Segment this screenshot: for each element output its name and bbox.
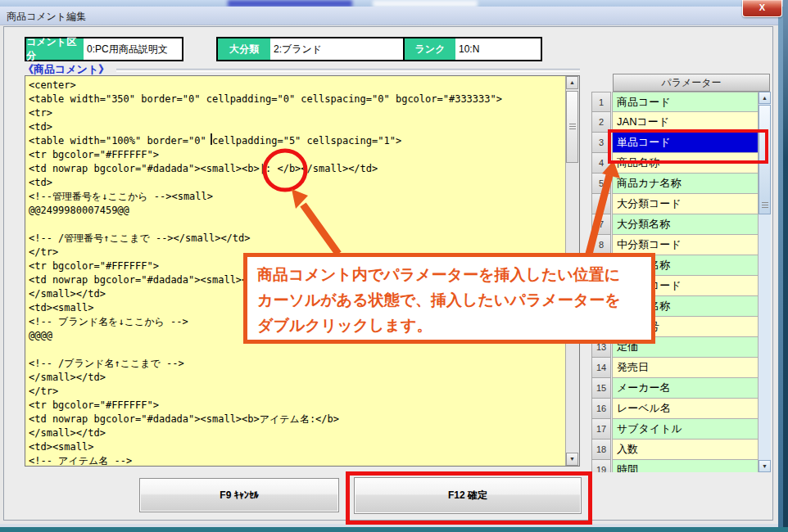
scroll-down-icon[interactable]: ▼: [566, 453, 578, 466]
parameter-row-number: 2: [591, 112, 611, 133]
parameter-name-cell[interactable]: 単品コード: [612, 133, 759, 153]
scroll-up-icon[interactable]: ▲: [566, 76, 578, 89]
annotation-callout: 商品コメント内でパラメーターを挿入したい位置に カーソルがある状態で、挿入したい…: [243, 253, 655, 344]
parameter-name-cell[interactable]: 商品カナ名称: [612, 174, 759, 194]
parameter-name-cell[interactable]: レーベル名: [612, 399, 759, 419]
cancel-button[interactable]: F9 ｷｬﾝｾﾙ: [139, 478, 339, 512]
parameter-row-number: 7: [591, 214, 611, 235]
parameter-row-number: 15: [591, 378, 611, 399]
parameter-name-cell[interactable]: 商品コード: [612, 92, 759, 112]
parameter-row-number: 17: [591, 419, 611, 440]
daibunrui-label: 大分類: [218, 38, 270, 60]
scroll-down-icon[interactable]: ▼: [759, 460, 771, 472]
parameter-row-number: 4: [591, 153, 611, 174]
parameter-name-cell[interactable]: メーカー名: [612, 378, 759, 399]
parameter-row[interactable]: 6大分類コード: [591, 194, 759, 214]
comment-kubun-value[interactable]: 0:PC用商品説明文: [84, 38, 182, 60]
parameter-row-number: 3: [591, 133, 611, 153]
parameter-row-number: 19: [591, 460, 611, 472]
parameter-row[interactable]: 18入数: [591, 440, 759, 460]
parameter-name-cell[interactable]: サブタイトル: [612, 419, 759, 440]
parameter-list-header: パラメーター: [613, 74, 770, 92]
parameter-row-number: 18: [591, 440, 611, 460]
group-box-line: [116, 69, 580, 72]
thumb-grip-icon: [569, 124, 576, 124]
parameter-row[interactable]: 2JANコード: [591, 112, 759, 133]
dialog-frame-right: [778, 7, 783, 532]
field-daibunrui: 大分類 2:ブランド: [216, 37, 431, 61]
field-comment-kubun: コメント区分 0:PC用商品説明文: [25, 37, 183, 61]
parameter-name-cell[interactable]: 発売日: [612, 358, 759, 378]
parameter-name-cell[interactable]: 商品名称: [612, 153, 759, 174]
parameter-row-number: 5: [591, 174, 611, 194]
parameter-scrollbar[interactable]: ▲ ▼: [759, 92, 771, 472]
parameter-row[interactable]: 19時間: [591, 460, 759, 472]
annotation-line: カーソルがある状態で、挿入したいパラメーターを: [257, 287, 651, 313]
parameter-row-number: 14: [591, 358, 611, 378]
dialog-title: 商品コメント編集: [7, 10, 86, 24]
close-button[interactable]: X: [742, 0, 782, 17]
parameter-row[interactable]: 7大分類名称: [591, 214, 759, 235]
annotation-line: 商品コメント内でパラメーターを挿入したい位置に: [257, 262, 651, 287]
titlebar[interactable]: 商品コメント編集: [0, 7, 778, 25]
thumb-grip-icon: [762, 202, 768, 203]
parameter-row-number: 6: [591, 194, 611, 214]
parameter-row[interactable]: 1商品コード: [591, 92, 759, 112]
parameter-row[interactable]: 3単品コード: [591, 133, 759, 153]
parameter-row-number: 1: [591, 92, 611, 112]
scroll-up-icon[interactable]: ▲: [759, 92, 771, 104]
rank-label: ランク: [405, 38, 455, 60]
scrollbar-thumb[interactable]: [759, 105, 771, 214]
parameter-name-cell[interactable]: 大分類名称: [612, 214, 759, 235]
text-cursor-ibeam: [211, 133, 212, 145]
annotation-line: ダブルクリックします。: [257, 313, 651, 338]
parameter-name-cell[interactable]: 入数: [612, 440, 759, 460]
rank-value[interactable]: 10:N: [455, 38, 541, 60]
parameter-name-cell[interactable]: 大分類コード: [612, 194, 759, 214]
parameter-name-cell[interactable]: 時間: [612, 460, 759, 472]
background-bottom-edge: [0, 527, 788, 532]
background-right-edge: [783, 0, 788, 532]
parameter-row[interactable]: 17サブタイトル: [591, 419, 759, 440]
confirm-button[interactable]: F12 確定: [354, 477, 582, 514]
parameter-row[interactable]: 15メーカー名: [591, 378, 759, 399]
scrollbar-thumb[interactable]: [566, 91, 578, 163]
parameter-row[interactable]: 4商品名称: [591, 153, 759, 174]
parameter-name-cell[interactable]: JANコード: [612, 112, 759, 133]
parameter-row[interactable]: 16レーベル名: [591, 399, 759, 419]
parameter-row-number: 16: [591, 399, 611, 419]
comment-kubun-label: コメント区分: [26, 38, 84, 60]
parameter-row[interactable]: 14発売日: [591, 358, 759, 378]
parameter-row[interactable]: 5商品カナ名称: [591, 174, 759, 194]
field-rank: ランク 10:N: [403, 37, 542, 61]
